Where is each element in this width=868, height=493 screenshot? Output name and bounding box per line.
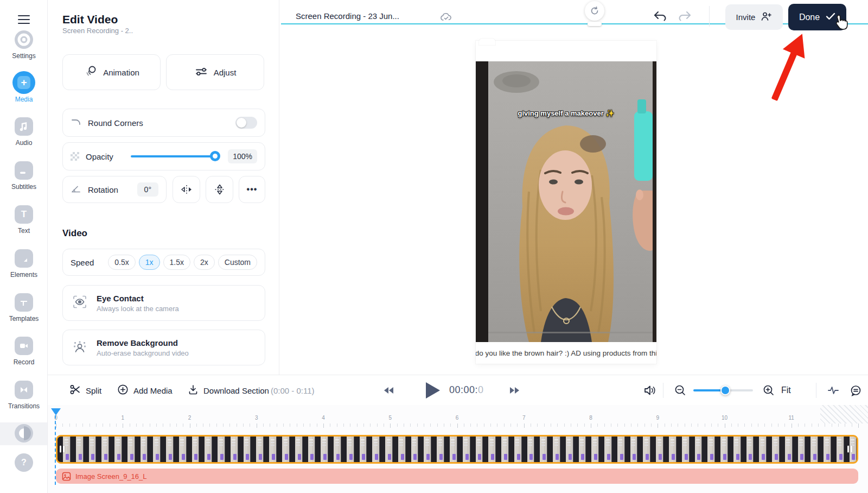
- redo-button[interactable]: [678, 10, 692, 25]
- top-resize-handle[interactable]: [588, 22, 602, 26]
- sidebar-item-subtitles[interactable]: Subtitles: [0, 161, 48, 191]
- remove-background-card[interactable]: Remove Background Auto-erase background …: [62, 330, 265, 365]
- video-canvas[interactable]: giving myself a makeover ✨ do you like t…: [476, 41, 656, 364]
- ruler-tick: [163, 424, 163, 427]
- ruler-second-label: 1: [121, 415, 124, 421]
- zoom-in-icon: [763, 384, 775, 396]
- ruler-tick: [96, 424, 97, 427]
- ruler-tick: [597, 424, 598, 427]
- more-options-button[interactable]: •••: [239, 176, 265, 203]
- filmstrip-thumbnail: [251, 437, 264, 462]
- ruler-tick: [665, 424, 665, 427]
- ruler-tick: [711, 424, 712, 427]
- clip-trim-handle-right[interactable]: [847, 446, 852, 453]
- filmstrip-thumbnail: [354, 437, 367, 462]
- waveform-toggle-button[interactable]: [827, 375, 840, 406]
- filmstrip-thumbnail: [161, 437, 174, 462]
- video-frame[interactable]: giving myself a makeover ✨: [476, 61, 656, 342]
- sidebar-item-transitions[interactable]: Transitions: [0, 381, 48, 410]
- eye-contact-card[interactable]: Eye Contact Always look at the camera: [62, 285, 265, 321]
- filmstrip-thumbnail: [187, 437, 200, 462]
- help-button[interactable]: ?: [0, 453, 48, 472]
- sidebar: Settings + Media Audio Subtitles T Text: [0, 0, 48, 493]
- sidebar-item-settings[interactable]: Settings: [0, 30, 48, 60]
- ruler-tick: [343, 424, 344, 427]
- add-media-label: Add Media: [133, 386, 173, 395]
- ruler-tick: [537, 424, 538, 427]
- rotation-value[interactable]: 0°: [137, 182, 158, 197]
- opacity-slider[interactable]: [131, 155, 218, 157]
- sidebar-item-templates[interactable]: Templates: [0, 293, 48, 323]
- sidebar-item-elements[interactable]: Elements: [0, 249, 48, 279]
- rewind-button[interactable]: [384, 375, 393, 406]
- sidebar-item-label: Settings: [0, 52, 48, 60]
- sidebar-item-label: Audio: [0, 139, 48, 147]
- ruler-tick: [524, 424, 525, 428]
- sidebar-item-audio[interactable]: Audio: [0, 117, 48, 147]
- volume-button[interactable]: [643, 375, 656, 406]
- ruler-tick: [410, 424, 411, 427]
- filmstrip-thumbnail: [367, 437, 380, 462]
- image-track[interactable]: Image Screen_9_16_L: [56, 469, 858, 484]
- speed-chip-0-5x[interactable]: 0.5x: [108, 255, 135, 270]
- fit-button[interactable]: Fit: [781, 375, 791, 406]
- question-mark-icon: ?: [15, 453, 33, 472]
- ruler-tick: [551, 424, 551, 427]
- done-button[interactable]: Done: [788, 4, 846, 30]
- timeline-zoom-slider[interactable]: [693, 389, 753, 391]
- play-button[interactable]: [426, 382, 440, 399]
- zoom-slider-knob[interactable]: [720, 385, 730, 395]
- project-title[interactable]: Screen Recording - 23 Jun...: [296, 11, 399, 21]
- ruler-tick: [825, 424, 825, 427]
- ruler-tick: [110, 424, 110, 427]
- adjust-button[interactable]: Adjust: [166, 54, 264, 90]
- ruler-tick: [209, 424, 210, 427]
- split-button[interactable]: Split: [69, 375, 101, 406]
- text-icon: T: [15, 205, 33, 224]
- ruler-tick: [490, 424, 491, 427]
- clip-trim-handle-left[interactable]: [60, 446, 65, 453]
- checkmark-icon: [826, 12, 835, 22]
- ruler-tick: [564, 424, 565, 427]
- ruler-tick: [738, 424, 738, 427]
- sidebar-item-media[interactable]: + Media: [0, 71, 48, 103]
- undo-button[interactable]: [653, 10, 667, 25]
- invite-button[interactable]: Invite: [725, 4, 783, 30]
- ruler-tick: [671, 424, 672, 427]
- ruler-tick: [805, 424, 805, 427]
- ruler-tick: [497, 424, 497, 427]
- adjust-sliders-icon: [194, 65, 208, 80]
- download-section-button[interactable]: Download Section(0:00 - 0:11): [188, 375, 315, 406]
- playhead-marker[interactable]: [51, 408, 61, 415]
- ruler-tick: [644, 424, 645, 427]
- speed-chip-1-5x[interactable]: 1.5x: [163, 255, 190, 270]
- opacity-slider-knob[interactable]: [210, 151, 220, 161]
- timeline[interactable]: 01234567891011 Image Screen_9_16_L: [48, 405, 868, 493]
- opacity-value[interactable]: 100%: [228, 149, 257, 163]
- annotation-arrow: [761, 29, 815, 105]
- animation-button[interactable]: Animation: [62, 54, 161, 90]
- add-media-button[interactable]: Add Media: [117, 375, 173, 406]
- ruler-second-label: 10: [722, 415, 727, 421]
- theme-toggle-button[interactable]: [0, 424, 48, 443]
- ruler-tick: [310, 424, 310, 427]
- comments-button[interactable]: [850, 375, 862, 406]
- round-corners-toggle[interactable]: [235, 117, 257, 129]
- sidebar-item-text[interactable]: T Text: [0, 205, 48, 235]
- fast-forward-button[interactable]: [510, 375, 519, 406]
- timeline-zoom-in-button[interactable]: [763, 375, 775, 406]
- filmstrip-thumbnail: [212, 437, 225, 462]
- toggle-knob: [237, 118, 246, 128]
- ruler-tick: [698, 424, 698, 427]
- rotate-element-handle[interactable]: [585, 1, 604, 21]
- video-clip-filmstrip[interactable]: [56, 435, 858, 464]
- timeline-zoom-out-button[interactable]: [674, 375, 686, 406]
- sidebar-item-record[interactable]: Record: [0, 337, 48, 366]
- filmstrip-thumbnail: [470, 437, 483, 462]
- flip-horizontal-button[interactable]: [173, 176, 200, 203]
- speed-chip-custom[interactable]: Custom: [218, 255, 257, 270]
- flip-vertical-button[interactable]: [206, 176, 233, 203]
- hamburger-menu-button[interactable]: [0, 9, 48, 18]
- speed-chip-2x[interactable]: 2x: [194, 255, 215, 270]
- speed-chip-1x[interactable]: 1x: [139, 255, 160, 270]
